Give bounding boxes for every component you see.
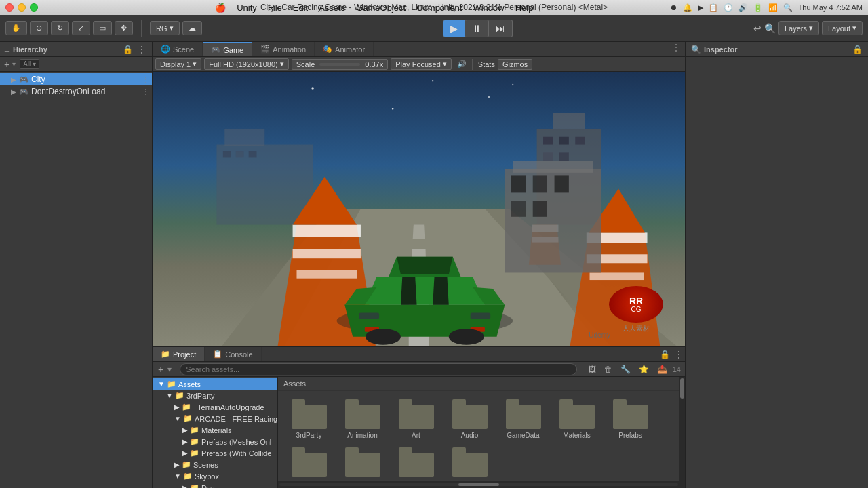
asset-extra2[interactable] [444, 445, 495, 481]
tree-materials[interactable]: ▶ 📁 Materials [153, 424, 277, 436]
asset-materials[interactable]: Materials [551, 396, 602, 442]
transform-all[interactable]: ✥ [115, 21, 133, 35]
rg-dropdown[interactable]: RG ▾ [150, 21, 180, 35]
tree-assets[interactable]: ▼ 📁 Assets [153, 378, 277, 390]
hierarchy-city[interactable]: ▶ 🎮 City ⋮ [0, 73, 152, 85]
expand-dontdestroy: ▶ [11, 88, 16, 96]
dontdestroy-menu[interactable]: ⋮ [142, 88, 149, 96]
folder-animation-icon [345, 399, 380, 429]
hierarchy-toolbar: + ▾ All ▾ [0, 57, 152, 72]
asset-extra1[interactable] [391, 445, 441, 481]
hierarchy-lock[interactable]: 🔒 [123, 45, 133, 54]
panel-lock[interactable]: 🔒 [660, 350, 670, 359]
toolbar-left: ✋ ⊕ ↻ ⤢ ▭ ✥ [5, 21, 133, 35]
inspector-panel: 🔍 Inspector 🔒 [685, 42, 868, 488]
transform-scale[interactable]: ⤢ [72, 21, 90, 35]
battery-icon: 🔋 [753, 3, 763, 12]
hierarchy-menu[interactable]: ⋮ [136, 44, 148, 55]
scale-slider[interactable] [319, 63, 360, 66]
pause-button[interactable]: ⏸ [465, 20, 489, 37]
asset-art[interactable]: Art [391, 396, 441, 442]
game-display-dropdown[interactable]: Display 1 ▾ [155, 58, 201, 70]
hierarchy-title: Hierarchy [13, 45, 47, 54]
panel-menu[interactable]: ⋮ [673, 349, 685, 360]
gizmos-btn[interactable]: Gizmos [498, 59, 532, 70]
svg-rect-11 [543, 152, 553, 161]
assets-tool-share[interactable]: 📤 [654, 364, 670, 375]
tree-skybox[interactable]: ▼ 📁 Skybox [153, 470, 277, 482]
assets-tool-2[interactable]: 🗑 [601, 364, 615, 375]
hierarchy-dontdestroy[interactable]: ▶ 🎮 DontDestroyOnLoad ⋮ [0, 85, 152, 98]
collapse-day: ▶ [182, 484, 188, 488]
tree-prefabs-meshes[interactable]: ▶ 📁 Prefabs (Meshes Onl [153, 436, 277, 447]
minimize-button[interactable] [18, 3, 26, 12]
cloud-btn[interactable]: ☁ [182, 21, 202, 35]
assets-header: Assets [278, 377, 679, 391]
assets-area: Assets 3rdParty [278, 377, 679, 488]
assets-add[interactable]: + [157, 364, 165, 375]
asset-audio[interactable]: Audio [444, 396, 495, 442]
close-button[interactable] [5, 3, 14, 12]
assets-tool-3[interactable]: 🔧 [618, 364, 633, 375]
mute-icon[interactable]: 🔊 [457, 60, 467, 68]
transform-move[interactable]: ⊕ [30, 21, 48, 35]
tab-animation[interactable]: 🎬 Animation [252, 42, 315, 56]
hierarchy-add[interactable]: + [3, 59, 11, 70]
stats-btn[interactable]: Stats [478, 60, 495, 68]
collab-history-btn[interactable]: ↩ [753, 23, 762, 34]
assets-scrollbar-v[interactable] [679, 377, 685, 488]
transform-rect[interactable]: ▭ [93, 21, 112, 35]
tab-animator[interactable]: 🎭 Animator [315, 42, 374, 56]
tab-game[interactable]: 🎮 Game [203, 42, 252, 56]
asset-3rdparty[interactable]: 3rdParty [283, 396, 334, 442]
search-menubar-icon[interactable]: 🔍 [783, 3, 793, 12]
tree-day[interactable]: ▶ 📁 Day [153, 482, 277, 488]
assets-tool-star[interactable]: ⭐ [636, 364, 652, 375]
tree-arcade[interactable]: ▼ 📁 ARCADE - FREE Racing [153, 413, 277, 424]
inspector-lock[interactable]: 🔒 [852, 45, 863, 54]
transform-rotate[interactable]: ↻ [51, 21, 69, 35]
tab-scene[interactable]: 🌐 Scene [153, 42, 203, 56]
maximize-button[interactable] [30, 3, 38, 12]
folder-gamedata-icon [506, 399, 541, 429]
game-playfocused-dropdown[interactable]: Play Focused ▾ [391, 58, 452, 70]
game-resolution-dropdown[interactable]: Full HD (1920x1080) ▾ [204, 58, 289, 70]
collapse-materials: ▶ [182, 426, 188, 434]
hierarchy-content: ▶ 🎮 City ⋮ ▶ 🎮 DontDestroyOnLoad ⋮ [0, 72, 152, 488]
scrollbar-thumb-v[interactable] [680, 378, 684, 399]
assets-scrollbar[interactable] [278, 481, 679, 488]
scrollbar-thumb-h[interactable] [458, 483, 499, 486]
mac-titlebar: 🍎 Unity File Edit Assets GameObject Comp… [0, 0, 868, 15]
asset-prefabs[interactable]: Prefabs [605, 396, 656, 442]
menu-unity[interactable]: Unity [231, 3, 262, 13]
svg-rect-42 [511, 201, 526, 217]
svg-rect-32 [590, 272, 644, 280]
bottom-area: 📁 Project 📋 Console 🔒 ⋮ + ▾ [153, 346, 685, 488]
search-toolbar-btn[interactable]: 🔍 [764, 23, 776, 34]
asset-gamedata[interactable]: GameData [498, 396, 549, 442]
assets-tool-1[interactable]: 🖼 [585, 364, 599, 375]
assets-add-arrow[interactable]: ▾ [167, 365, 172, 374]
menu-apple[interactable]: 🍎 [210, 3, 231, 13]
assets-search[interactable] [180, 363, 577, 375]
tab-bar-menu[interactable]: ⋮ [667, 42, 685, 56]
hierarchy-search[interactable]: All ▾ [20, 59, 39, 69]
step-button[interactable]: ⏭ [489, 20, 513, 37]
city-menu[interactable]: ⋮ [142, 76, 149, 83]
tab-project[interactable]: 📁 Project [153, 347, 205, 361]
game-scale-dropdown[interactable]: Scale 0.37x [292, 59, 388, 70]
bottom-toolbar: + ▾ 🖼 🗑 🔧 ⭐ 📤 14 [153, 362, 685, 377]
tab-console[interactable]: 📋 Console [205, 347, 261, 361]
tree-prefabs-collide[interactable]: ▶ 📁 Prefabs (With Collide [153, 447, 277, 459]
play-button[interactable]: ▶ [443, 20, 465, 37]
asset-scenes[interactable]: Scenes [337, 445, 388, 481]
svg-marker-51 [401, 277, 417, 304]
tree-3rdparty[interactable]: ▼ 📁 3rdParty [153, 390, 277, 401]
asset-rendertex[interactable]: RenderTex... [283, 445, 334, 481]
tree-scenes[interactable]: ▶ 📁 Scenes [153, 459, 277, 470]
tree-terrain[interactable]: ▶ 📁 _TerrainAutoUpgrade [153, 401, 277, 413]
layout-dropdown[interactable]: Layout ▾ [822, 21, 863, 35]
layers-dropdown[interactable]: Layers ▾ [778, 21, 819, 35]
transform-hand[interactable]: ✋ [5, 21, 27, 35]
asset-animation[interactable]: Animation [337, 396, 388, 442]
